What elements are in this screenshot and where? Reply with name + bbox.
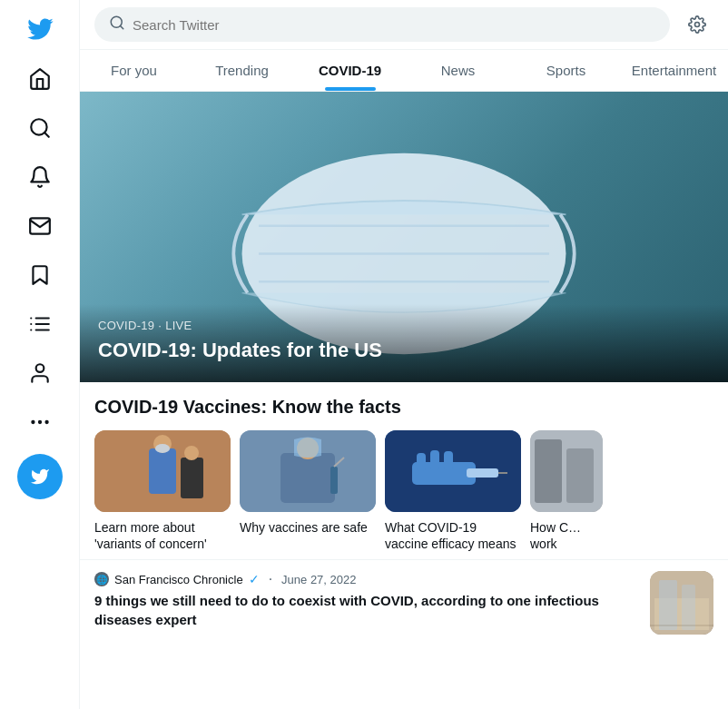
- vaccine-card-variants[interactable]: Learn more about 'variants of concern': [94, 430, 231, 552]
- compose-button[interactable]: [17, 454, 63, 499]
- sidebar-item-profile[interactable]: [17, 350, 63, 396]
- article-date: June 27, 2022: [281, 573, 356, 586]
- vaccine-card-label-how: How C… work: [530, 519, 603, 552]
- sidebar-item-home[interactable]: [17, 56, 63, 102]
- vaccine-card-img-safe: [240, 430, 376, 512]
- sidebar-item-more[interactable]: [17, 399, 63, 445]
- search-header: [80, 0, 728, 50]
- svg-rect-26: [280, 453, 335, 503]
- tabs-nav: For you Trending COVID-19 News Sports En…: [80, 50, 728, 92]
- source-name: San Francisco Chronicle: [114, 573, 243, 586]
- svg-line-13: [120, 25, 123, 28]
- svg-point-11: [32, 421, 34, 423]
- article-row[interactable]: 🌐 San Francisco Chronicle ✓ · June 27, 2…: [80, 559, 728, 645]
- svg-point-24: [155, 444, 170, 453]
- article-thumbnail: [650, 571, 713, 635]
- svg-rect-42: [659, 580, 677, 630]
- search-icon: [109, 15, 125, 34]
- svg-point-8: [35, 364, 44, 372]
- sidebar-item-notifications[interactable]: [17, 154, 63, 200]
- vaccines-section: COVID-19 Vaccines: Know the facts: [80, 382, 728, 559]
- hero-overlay: COVID-19 · LIVE COVID-19: Updates for th…: [80, 304, 728, 382]
- article-thumb-image: [650, 571, 713, 635]
- svg-rect-20: [149, 448, 176, 494]
- svg-point-23: [184, 446, 199, 460]
- efficacy-image: [385, 430, 521, 512]
- vaccine-card-img-how: [530, 430, 603, 512]
- article-title: 9 things we still need to do to coexist …: [94, 591, 639, 629]
- vaccine-card-safe[interactable]: Why vaccines are safe: [240, 430, 376, 552]
- search-input[interactable]: [133, 17, 655, 33]
- verified-icon: ✓: [249, 572, 260, 586]
- svg-point-14: [695, 23, 700, 27]
- vaccines-title: COVID-19 Vaccines: Know the facts: [94, 397, 713, 418]
- svg-rect-35: [430, 450, 439, 470]
- article-source: 🌐 San Francisco Chronicle ✓ · June 27, 2…: [94, 571, 639, 587]
- dot-separator: ·: [269, 571, 272, 587]
- svg-rect-34: [417, 453, 426, 471]
- vaccine-card-how[interactable]: How C… work: [530, 430, 603, 552]
- search-bar[interactable]: [94, 7, 670, 42]
- tab-covid-19[interactable]: COVID-19: [296, 50, 404, 91]
- hero-section[interactable]: COVID-19 · LIVE COVID-19: Updates for th…: [80, 92, 728, 382]
- svg-rect-38: [535, 439, 562, 503]
- twitter-logo[interactable]: [18, 7, 62, 51]
- sidebar-item-lists[interactable]: [17, 301, 63, 347]
- safe-image: [240, 430, 376, 512]
- vaccine-card-efficacy[interactable]: What COVID-19 vaccine efficacy means: [385, 430, 521, 552]
- tab-entertainment[interactable]: Entertainment: [620, 50, 728, 91]
- vaccine-card-label-efficacy: What COVID-19 vaccine efficacy means: [385, 519, 521, 552]
- vaccine-card-img-variants: [94, 430, 231, 512]
- vaccine-card-img-efficacy: [385, 430, 521, 512]
- svg-rect-43: [682, 585, 695, 630]
- hero-title: COVID-19: Updates for the US: [98, 338, 710, 364]
- how-image: [530, 430, 603, 512]
- tab-sports[interactable]: Sports: [512, 50, 620, 91]
- vaccine-card-label-safe: Why vaccines are safe: [240, 519, 376, 536]
- svg-point-9: [38, 421, 40, 423]
- sidebar-item-messages[interactable]: [17, 203, 63, 249]
- main-content: For you Trending COVID-19 News Sports En…: [80, 0, 728, 709]
- tab-trending[interactable]: Trending: [188, 50, 296, 91]
- variant-image: [94, 430, 231, 512]
- article-content: 🌐 San Francisco Chronicle ✓ · June 27, 2…: [94, 571, 639, 629]
- sidebar-item-bookmarks[interactable]: [17, 252, 63, 298]
- svg-rect-32: [467, 468, 498, 478]
- svg-point-10: [45, 421, 47, 423]
- tab-for-you[interactable]: For you: [80, 50, 188, 91]
- hero-tag: COVID-19 · LIVE: [98, 319, 710, 332]
- vaccine-cards-list: Learn more about 'variants of concern': [94, 430, 713, 552]
- svg-rect-28: [330, 467, 338, 494]
- svg-rect-22: [181, 458, 203, 498]
- tab-news[interactable]: News: [404, 50, 512, 91]
- svg-rect-36: [444, 451, 453, 470]
- sidebar-item-explore[interactable]: [17, 105, 63, 151]
- svg-line-1: [44, 133, 49, 137]
- settings-button[interactable]: [681, 8, 713, 41]
- vaccine-card-label-variants: Learn more about 'variants of concern': [94, 519, 231, 552]
- sidebar: [0, 0, 80, 709]
- globe-icon: 🌐: [94, 572, 109, 586]
- svg-rect-39: [566, 448, 594, 503]
